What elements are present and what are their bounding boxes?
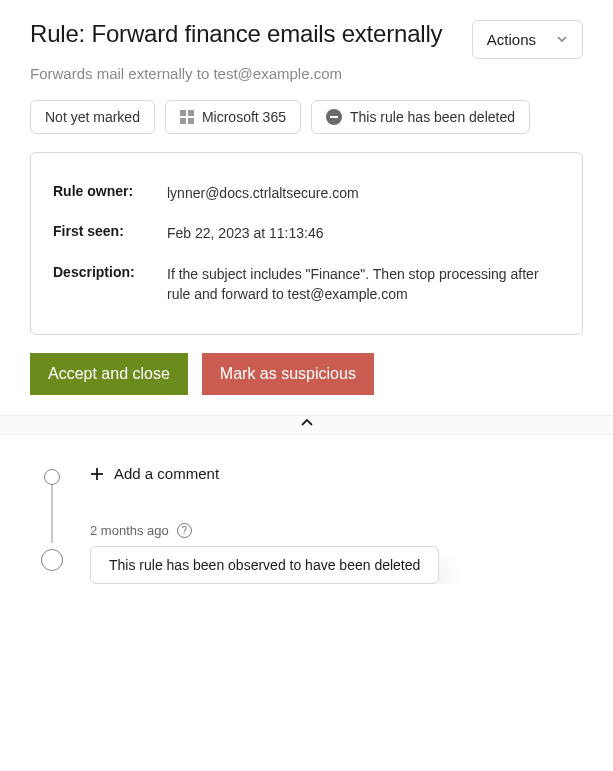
timeline-add-comment: Add a comment — [44, 465, 583, 495]
microsoft-365-icon — [180, 110, 194, 124]
detail-row-first-seen: First seen: Feb 22, 2023 at 11:13:46 — [53, 213, 560, 253]
description-label: Description: — [53, 264, 157, 305]
actions-dropdown[interactable]: Actions — [472, 20, 583, 59]
owner-label: Rule owner: — [53, 183, 157, 203]
add-comment-button[interactable]: Add a comment — [90, 465, 219, 482]
details-card: Rule owner: lynner@docs.ctrlaltsecure.co… — [30, 152, 583, 335]
description-value: If the subject includes "Finance". Then … — [167, 264, 560, 305]
timeline-node-icon — [44, 469, 60, 485]
timeline-event-time: 2 months ago — [90, 523, 169, 538]
plus-icon — [90, 467, 104, 481]
detail-row-owner: Rule owner: lynner@docs.ctrlaltsecure.co… — [53, 173, 560, 213]
svg-rect-1 — [188, 110, 194, 116]
svg-rect-3 — [188, 118, 194, 124]
deleted-label: This rule has been deleted — [350, 109, 515, 125]
page-title: Rule: Forward finance emails externally — [30, 20, 442, 49]
first-seen-value: Feb 22, 2023 at 11:13:46 — [167, 223, 560, 243]
add-comment-label: Add a comment — [114, 465, 219, 482]
actions-label: Actions — [487, 31, 536, 48]
first-seen-label: First seen: — [53, 223, 157, 243]
action-button-row: Accept and close Mark as suspicious — [30, 353, 583, 395]
platform-badge[interactable]: Microsoft 365 — [165, 100, 301, 134]
timeline-event: 2 months ago ? This rule has been observ… — [44, 523, 583, 584]
detail-row-description: Description: If the subject includes "Fi… — [53, 254, 560, 315]
timeline-node-icon — [41, 549, 63, 571]
collapse-divider[interactable] — [0, 415, 613, 435]
chevron-down-icon — [556, 31, 568, 48]
accept-button[interactable]: Accept and close — [30, 353, 188, 395]
mark-suspicious-button[interactable]: Mark as suspicious — [202, 353, 374, 395]
status-label: Not yet marked — [45, 109, 140, 125]
chevron-up-icon — [298, 414, 316, 436]
owner-value: lynner@docs.ctrlaltsecure.com — [167, 183, 560, 203]
page-subtitle: Forwards mail externally to test@example… — [30, 65, 583, 82]
platform-label: Microsoft 365 — [202, 109, 286, 125]
minus-circle-icon — [326, 109, 342, 125]
badge-row: Not yet marked Microsoft 365 This rule h… — [30, 100, 583, 134]
timeline: Add a comment 2 months ago ? This rule h… — [0, 435, 613, 584]
timeline-event-text: This rule has been observed to have been… — [109, 557, 420, 573]
help-icon[interactable]: ? — [177, 523, 192, 538]
status-badge[interactable]: Not yet marked — [30, 100, 155, 134]
timeline-event-bubble: This rule has been observed to have been… — [90, 546, 439, 584]
svg-rect-2 — [180, 118, 186, 124]
deleted-badge[interactable]: This rule has been deleted — [311, 100, 530, 134]
timeline-event-meta: 2 months ago ? — [90, 523, 583, 538]
svg-rect-0 — [180, 110, 186, 116]
